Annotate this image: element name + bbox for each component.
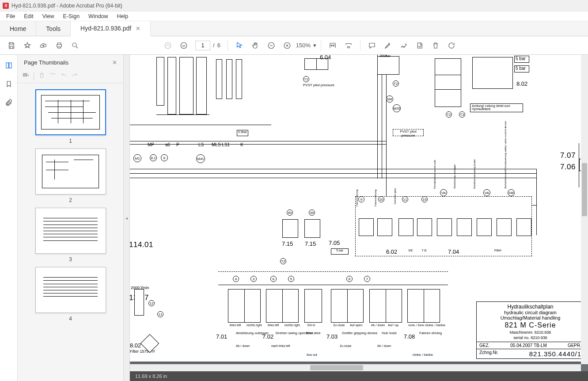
sch-sub-702b: Stiel stick: [306, 331, 321, 335]
sch-label-p: P: [176, 142, 179, 147]
zoom-out-button[interactable]: [264, 38, 278, 53]
sch-label-701: 7.01: [216, 333, 227, 340]
thumbnails-panel: Page Thumbnails ✕: [18, 55, 124, 381]
svg-rect-8: [23, 75, 27, 76]
thumbnail-2[interactable]: 2: [35, 149, 106, 203]
thumb-redo-icon[interactable]: [72, 72, 78, 80]
sch-label-pvst2: PVST pilot pressure: [393, 129, 424, 136]
window-titlebar: ⎙ Hyd-821.0.936.pdf - Adobe Acrobat Pro …: [0, 0, 588, 11]
thumb-extract-icon[interactable]: [49, 72, 56, 80]
sch-lbl-rechts2: rechts right: [285, 324, 300, 327]
sch-lbl-rueckw: rückw. / backw.: [425, 324, 446, 327]
thumbnail-3[interactable]: 3: [35, 208, 106, 263]
window-title: Hyd-821.0.936.pdf - Adobe Acrobat Pro (6…: [11, 3, 122, 9]
svg-point-1: [165, 42, 171, 49]
bookmark-rail-button[interactable]: [4, 79, 14, 89]
menu-file[interactable]: File: [2, 12, 19, 20]
fit-page-button[interactable]: [341, 38, 356, 53]
print-button[interactable]: [52, 38, 66, 53]
sch-label-ls: LS: [198, 142, 204, 147]
sch-label-704: 7.04: [448, 248, 459, 255]
attachment-rail-button[interactable]: [4, 97, 14, 108]
page-down-button[interactable]: [177, 38, 191, 53]
tab-tools[interactable]: Tools: [36, 21, 71, 36]
tab-document[interactable]: Hyd-821.0.936.pdf ✕: [71, 21, 151, 36]
svg-point-2: [181, 42, 187, 49]
sch-label-5bar-a: 5 bar: [516, 56, 526, 61]
tb-line4: 821 M C-Serie: [478, 321, 582, 329]
menu-view[interactable]: View: [38, 12, 59, 20]
horizontal-scrollbar[interactable]: [130, 364, 581, 371]
sch-label-pvst1: PVST pilot pressure: [303, 83, 334, 87]
star-button[interactable]: [20, 38, 34, 53]
fit-width-button[interactable]: [326, 38, 340, 53]
page-control: / 6: [195, 41, 220, 50]
sch-lbl-auf2: Auf / up: [388, 324, 398, 327]
sch-lbl-auf: Auf open: [350, 324, 362, 327]
sch-rot-5: Aus out: [307, 353, 317, 356]
sch-rot-8: Ab / down: [377, 344, 391, 347]
tab-close-icon[interactable]: ✕: [136, 25, 140, 32]
sch-lbl-rechts1: rechts right: [247, 324, 262, 327]
menu-esign[interactable]: E-Sign: [59, 12, 84, 20]
hand-tool-button[interactable]: [248, 38, 262, 53]
toolbar: / 6 150% ▾: [0, 36, 588, 55]
sign-button[interactable]: [397, 38, 411, 53]
page-up-button[interactable]: [161, 38, 175, 53]
sch-sub-708: Fahren driving: [419, 331, 442, 335]
thumb-undo-icon[interactable]: [61, 72, 67, 80]
tb-gez: GEZ.: [479, 343, 489, 348]
tb-line5a: Maschinennr. 8210.936: [478, 330, 582, 335]
sch-label-ve: VE: [408, 248, 413, 252]
page-sep: /: [213, 42, 215, 49]
stamp-button[interactable]: [413, 38, 427, 53]
delete-button[interactable]: [429, 38, 443, 53]
thumb-options-icon[interactable]: [22, 72, 29, 81]
svg-rect-7: [23, 73, 27, 74]
rotate-button[interactable]: [444, 38, 459, 53]
sch-node-m1: M1: [133, 154, 141, 162]
menu-window[interactable]: Window: [84, 12, 112, 20]
zoom-in-button[interactable]: [280, 38, 294, 53]
select-tool-button[interactable]: [232, 38, 247, 53]
sch-node-15: 15: [421, 196, 428, 202]
page-number-input[interactable]: [195, 41, 210, 50]
svg-rect-5: [6, 63, 8, 68]
tb-zng: Zchng.Nr.: [479, 350, 498, 358]
panel-collapse-handle[interactable]: ◂: [124, 55, 130, 381]
thumb-delete-icon[interactable]: [38, 72, 45, 80]
svg-rect-6: [9, 63, 11, 68]
highlight-button[interactable]: [381, 38, 395, 53]
save-button[interactable]: [4, 38, 19, 53]
sch-node-t3: T3: [459, 111, 465, 118]
menu-bar: File Edit View E-Sign Window Help: [0, 11, 588, 21]
sch-label-11401: 114.01: [130, 240, 153, 249]
sch-node-t1: T1: [303, 76, 309, 82]
cloud-button[interactable]: [36, 38, 50, 53]
sch-sub-703b: Hub hoist: [382, 331, 397, 335]
sch-node-m41: M41: [196, 154, 205, 163]
menu-edit[interactable]: Edit: [19, 12, 38, 20]
zoom-select[interactable]: 150% ▾: [296, 42, 316, 49]
comment-button[interactable]: [365, 38, 379, 53]
tab-tools-label: Tools: [46, 25, 61, 32]
find-button[interactable]: [68, 38, 82, 53]
sch-col-fhr2: Fahren/driving: [374, 190, 377, 206]
sch-node-81: 8.1: [150, 154, 157, 161]
tab-home-label: Home: [10, 25, 26, 32]
close-panel-icon[interactable]: ✕: [112, 59, 117, 66]
thumbnails-list[interactable]: 1 2: [18, 83, 123, 381]
thumbnails-rail-button[interactable]: [4, 60, 14, 71]
document-scroll-area[interactable]: AUSLEGER boom 6.04 T1 PVST pilot pressur…: [130, 55, 588, 371]
sch-lbl-vorw: vorw. / forw.: [408, 324, 425, 327]
menu-help[interactable]: Help: [113, 12, 133, 20]
tab-home[interactable]: Home: [0, 21, 36, 36]
sch-label-5bar-b: 5 bar: [516, 66, 526, 71]
thumbnail-1[interactable]: 1: [35, 89, 106, 144]
sch-lbl-links2: links left: [268, 324, 279, 327]
thumbnail-4[interactable]: 4: [35, 267, 106, 322]
tb-num: 821.350.4440/1: [529, 350, 581, 358]
vertical-scrollbar[interactable]: [581, 55, 588, 364]
sch-col-pend: Pendelachse swivel axle: [433, 160, 436, 189]
sch-rot-10: rückw. / backw.: [413, 353, 433, 356]
